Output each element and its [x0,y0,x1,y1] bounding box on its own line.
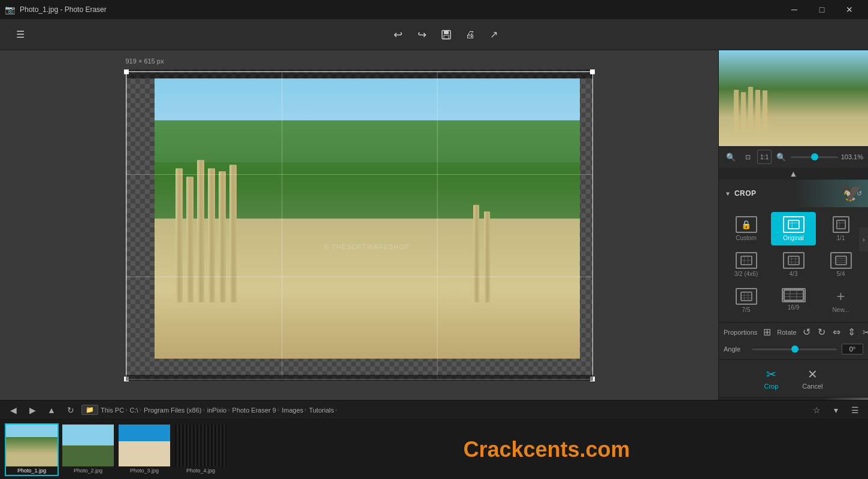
crop-preset-new[interactable]: + New... [818,284,863,317]
crop-btn-label: Crop [764,383,778,390]
breadcrumb-tutorials[interactable]: Tutorials › [309,407,337,414]
rotate-ccw-button[interactable]: ↺ [802,325,812,339]
svg-rect-3 [788,220,799,229]
crop-preset-custom[interactable]: 🔒 Custom [724,212,769,245]
right-panel: 🔍 ⊡ 1:1 🔍 103.1% ▲ 🦅 ▼ CROP ↺ [718,50,868,400]
rotate-label: Rotate [777,329,796,336]
crop-overlay[interactable] [126,69,593,381]
breadcrumb-images[interactable]: Images › [282,407,306,414]
nav-back-button[interactable]: ◀ [5,402,22,419]
erase-section-header[interactable]: ▶ ERASE [719,397,868,400]
nav-right: ☆ ▾ ☰ [808,402,863,419]
undo-button[interactable]: ↩ [388,24,409,46]
minimize-button[interactable]: ─ [781,0,808,19]
crop-preset-1-1[interactable]: 1/1 [818,212,863,245]
rotate-cw-button[interactable]: ↻ [816,325,827,339]
crop-preset-16-9[interactable]: 16/9 [771,284,816,317]
film-thumb-4 [175,425,226,466]
zoom-slider[interactable] [791,156,838,158]
proportions-button[interactable]: ⊞ [762,325,772,339]
nav-up-button[interactable]: ▲ [43,402,60,419]
preview-image [719,50,868,146]
crop-arrow-icon: ▼ [725,190,731,197]
flip-v-button[interactable]: ⇕ [846,325,857,339]
nav-refresh-button[interactable]: ↻ [62,402,79,419]
crop-preset-7-5[interactable]: 7/5 [724,284,769,317]
custom-preset-label: Custom [736,235,756,241]
share-button[interactable]: ↗ [483,24,505,46]
breadcrumb-program-files[interactable]: Program Files (x86) › [144,407,205,414]
breadcrumb-photo-eraser[interactable]: Photo Eraser 9 › [232,407,280,414]
crop-preset-4-3[interactable]: 4/3 [771,248,816,281]
zoom-controls: 🔍 ⊡ 1:1 🔍 103.1% [719,146,868,168]
angle-label: Angle [724,345,748,353]
erase-thumb [826,398,868,400]
film-label-2: Photo_2.jpg [62,466,114,475]
canvas-area[interactable]: 919 × 615 px [0,50,718,400]
sep2: › [140,407,141,413]
breadcrumb-inpixio[interactable]: inPixio › [207,407,230,414]
svg-rect-2 [444,35,449,39]
16-9-preset-label: 16/9 [788,304,799,311]
original-preset-icon [783,216,805,233]
crop-handle-tl[interactable] [124,69,129,74]
maximize-button[interactable]: □ [808,0,836,19]
crop-presets-grid: 🔒 Custom Original [719,207,868,322]
crop-button[interactable]: ✂ Crop [757,365,785,392]
nav-bar: ◀ ▶ ▲ ↻ 📁 This PC › C:\ › Program Files … [0,400,868,419]
favorite-button[interactable]: ☆ [808,402,825,419]
proportions-label: Proportions [724,329,757,336]
zoom-value: 103.1% [840,153,863,160]
view-options-button[interactable]: ☰ [846,402,863,419]
redo-button[interactable]: ↪ [412,24,433,46]
cancel-button[interactable]: ✕ Cancel [795,365,830,392]
save-button[interactable] [435,24,457,46]
sep4: › [228,407,229,413]
panel-expand-button[interactable]: › [859,228,868,251]
crop-section: 🦅 ▼ CROP ↺ 🔒 Custom [719,180,868,397]
crop-box[interactable] [126,71,593,380]
crop-handle-tr[interactable] [590,69,595,74]
crop-tools-row: Proportions ⊞ Rotate ↺ ↻ ⇔ ⇕ ✂ [719,322,868,341]
angle-slider[interactable] [752,348,837,350]
plus-icon: + [836,288,845,305]
breadcrumb-this-pc[interactable]: This PC › [101,407,127,414]
film-item-2[interactable]: Photo_2.jpg [61,423,115,476]
nav-dropdown-button[interactable]: ▾ [827,402,844,419]
menu-button[interactable]: ☰ [10,24,31,46]
film-thumb-1 [6,425,58,466]
7-5-preset-label: 7/5 [742,307,751,313]
title-bar-controls: ─ □ ✕ [781,0,863,19]
zoom-out-button[interactable]: 🔍 [724,150,738,164]
path-type-badge[interactable]: 📁 [81,405,98,415]
this-pc-label: This PC [101,407,124,414]
crop-actions: ✂ Crop ✕ Cancel [719,359,868,397]
new-preset-icon: + [830,288,852,305]
zoom-in-button[interactable]: 🔍 [774,150,788,164]
breadcrumb-drive[interactable]: C:\ › [129,407,141,414]
zoom-fit-button[interactable]: ⊡ [740,150,755,164]
crop-section-header[interactable]: 🦅 ▼ CROP ↺ [719,180,868,207]
zoom-1-1-button[interactable]: 1:1 [757,150,772,164]
toolbar-center: ↩ ↪ 🖨 ↗ [388,24,505,46]
crop-shadow-bottom [126,375,593,381]
crop-preset-3-2[interactable]: 3/2 (4x6) [724,248,769,281]
4-3-preset-label: 4/3 [790,271,798,277]
crop-preset-original[interactable]: Original [771,212,816,245]
print-button[interactable]: 🖨 [459,24,481,46]
flip-h-button[interactable]: ⇔ [831,325,842,339]
svg-rect-6 [836,220,845,229]
zoom-collapse-button[interactable]: ▲ [719,168,868,180]
film-item-3[interactable]: Photo_3.jpg [117,423,171,476]
crop-apply-small-button[interactable]: ✂ [861,326,868,338]
crop-preset-5-4[interactable]: 5/4 [818,248,863,281]
nav-forward-button[interactable]: ▶ [24,402,41,419]
crop-reset-button[interactable]: ↺ [857,190,862,198]
close-button[interactable]: ✕ [836,0,863,19]
film-label-3: Photo_3.jpg [119,466,170,475]
film-item-4[interactable]: Photo_4.jpg [174,423,228,476]
original-preset-label: Original [783,235,803,241]
5-4-preset-icon [830,252,852,269]
title-bar: 📷 Photo_1.jpg - Photo Eraser ─ □ ✕ [0,0,868,19]
film-item-1[interactable]: Photo_1.jpg [5,423,59,476]
